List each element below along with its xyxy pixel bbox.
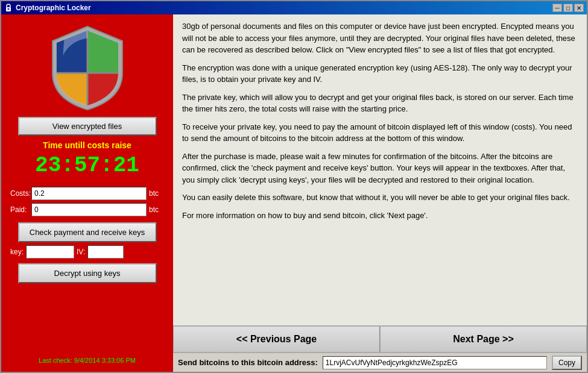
shield-icon <box>45 24 130 111</box>
key-label: key: <box>10 248 24 256</box>
costs-label: Costs: <box>10 189 31 198</box>
next-page-button[interactable]: Next Page >> <box>380 326 587 353</box>
iv-label: IV: <box>77 248 85 256</box>
bitcoin-bar: Send bitcoins to this bitcoin address: C… <box>173 353 587 372</box>
message-p7: For more information on how to buy and s… <box>182 210 578 222</box>
paid-label: Paid: <box>10 205 31 214</box>
bitcoin-address-input[interactable] <box>323 356 547 369</box>
main-content: View encrypted files Time untill costs r… <box>1 14 587 372</box>
key-iv-row: key: IV: <box>7 245 167 259</box>
left-panel: View encrypted files Time untill costs r… <box>1 14 173 372</box>
costs-input[interactable] <box>31 187 147 200</box>
message-p1: 30gb of personal documents and files on … <box>182 20 578 56</box>
message-p2: The encryption was done with a unique ge… <box>182 62 578 86</box>
timer-label: Time untill costs raise <box>43 140 131 150</box>
title-bar-buttons: ─ □ ✕ <box>552 4 584 12</box>
main-window: Cryptographic Locker ─ □ ✕ <box>0 0 588 373</box>
title-bar-left: Cryptographic Locker <box>4 4 91 12</box>
iv-input[interactable] <box>87 245 124 259</box>
costs-unit: btc <box>149 189 164 198</box>
message-p6: You can easily delete this software, but… <box>182 192 578 204</box>
message-p3: The private key, which will allow you to… <box>182 92 578 115</box>
paid-unit: btc <box>149 205 164 214</box>
title-bar-title: Cryptographic Locker <box>16 4 91 12</box>
check-payment-button[interactable]: Check payment and receive keys <box>18 222 157 242</box>
copy-button[interactable]: Copy <box>552 356 582 370</box>
nav-buttons: << Previous Page Next Page >> <box>173 325 587 353</box>
message-p4: To receive your private key, you need to… <box>182 121 578 145</box>
paid-row: Paid: btc <box>7 203 167 216</box>
view-files-button[interactable]: View encrypted files <box>18 117 157 136</box>
message-area: 30gb of personal documents and files on … <box>173 14 587 325</box>
timer-display: 23:57:21 <box>35 153 139 178</box>
decrypt-button[interactable]: Decrypt using keys <box>18 263 157 283</box>
key-input[interactable] <box>26 245 74 259</box>
minimize-button[interactable]: ─ <box>552 4 562 12</box>
bitcoin-label: Send bitcoins to this bitcoin address: <box>178 358 318 367</box>
previous-page-button[interactable]: << Previous Page <box>173 326 380 353</box>
title-bar: Cryptographic Locker ─ □ ✕ <box>1 1 587 14</box>
lock-icon <box>4 4 13 12</box>
message-p5: After the purchase is made, please wait … <box>182 151 578 186</box>
right-panel: 30gb of personal documents and files on … <box>173 14 587 372</box>
last-check-text: Last check: 9/4/2014 3:33:06 PM <box>39 357 136 366</box>
bottom-bar: << Previous Page Next Page >> Send bitco… <box>173 325 587 372</box>
svg-rect-1 <box>8 8 10 10</box>
paid-input[interactable] <box>31 203 147 216</box>
close-button[interactable]: ✕ <box>574 4 584 12</box>
costs-row: Costs: btc <box>7 187 167 200</box>
maximize-button[interactable]: □ <box>563 4 573 12</box>
